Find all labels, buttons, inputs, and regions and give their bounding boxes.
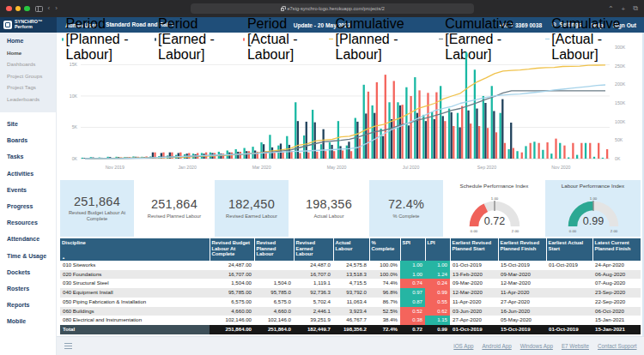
browser-forward-button[interactable]: › xyxy=(55,5,58,12)
cell-planned_start: 03-Jun-2020 xyxy=(450,307,498,316)
column-header-latest-current-planned-finish[interactable]: Latest Current Planned Finish xyxy=(592,238,641,261)
sidebar-item-tasks[interactable]: Tasks xyxy=(7,153,52,159)
sidebar-item-resources[interactable]: Resources xyxy=(7,220,52,226)
x-axis-tick: Nov 2019 xyxy=(106,165,125,170)
bar-period-actual-labour xyxy=(342,151,343,159)
bar-period-earned-labour xyxy=(348,141,349,159)
sidebar-item-reports[interactable]: Reports xyxy=(7,302,52,308)
cell-current_finish: 23-Sep-2020 xyxy=(592,288,641,298)
sidebar-group-title[interactable]: Home xyxy=(7,38,52,44)
column-header-earliest-revised-planned-finish[interactable]: Earliest Revised Planned Finish xyxy=(498,238,546,261)
cell-discipline: 050 Piping Fabrication & Installation xyxy=(60,298,210,307)
bar-period-earned-labour xyxy=(297,121,299,159)
column-header-lpi[interactable]: LPI xyxy=(425,238,450,261)
sidebar-item-events[interactable]: Events xyxy=(7,187,52,193)
footer-link-contact-support[interactable]: Contact Support xyxy=(598,343,637,349)
sidebar-subitem-leaderboards[interactable]: Leaderboards xyxy=(7,96,52,102)
bar-period-actual-labour xyxy=(444,121,446,159)
sidebar-subitem-project-groups[interactable]: Project Groups xyxy=(7,73,52,79)
sort-ascending-icon: ▲ xyxy=(62,256,65,260)
bar-period-earned-labour xyxy=(425,121,427,159)
column-header-spi[interactable]: SPI xyxy=(400,238,425,261)
cell-planned: 6,575.0 xyxy=(254,298,294,307)
sidebar-item-dockets[interactable]: Dockets xyxy=(7,269,52,275)
column-header-complete[interactable]: % Complete xyxy=(369,238,400,261)
cell-actual_start xyxy=(546,270,592,280)
kpi-card-revised-budget-labour-at-complete: 251,864Revised Budget Labour At Complete xyxy=(60,180,134,237)
cell-lpi: 1.24 xyxy=(425,270,450,280)
gauge-value: 0.99 xyxy=(582,215,603,227)
bar-period-actual-labour xyxy=(307,153,309,159)
bar-period-actual-labour xyxy=(470,123,471,159)
sidebar-subitem-dashboards[interactable]: Dashboards xyxy=(7,61,52,67)
new-tab-button[interactable]: + xyxy=(622,5,626,13)
cell-earned: 16,707.0 xyxy=(294,270,333,280)
kpi-label: Revised Budget Labour At Complete xyxy=(60,210,134,222)
menu-icon[interactable] xyxy=(64,343,72,349)
column-header-label: % Complete xyxy=(372,240,395,251)
sidebar-subitem-home[interactable]: Home xyxy=(7,50,52,56)
window-close-button[interactable] xyxy=(6,6,12,12)
sidebar-item-attendance[interactable]: Attendance xyxy=(7,236,52,242)
column-header-earliest-revised-planned-start[interactable]: Earliest Revised Planned Start xyxy=(450,238,498,261)
bar-period-planned-labour xyxy=(431,111,433,159)
share-icon[interactable]: ⌃ xyxy=(608,5,614,13)
brand[interactable]: SYNCHRO™ Perform xyxy=(0,17,57,33)
footer-link-ios-app[interactable]: iOS App xyxy=(453,343,473,349)
sidebar-subitem-project-tags[interactable]: Project Tags xyxy=(7,84,52,90)
window-zoom-button[interactable] xyxy=(24,6,30,12)
sidebar-item-time-usage[interactable]: Time & Usage xyxy=(7,253,52,259)
right-axis-tick: 200K xyxy=(615,81,626,87)
legend-line-swatch xyxy=(545,39,550,40)
browser-sidebar-toggle-icon[interactable] xyxy=(35,6,43,12)
sidebar-item-boards[interactable]: Boards xyxy=(7,137,52,143)
gauge-mid-label: 1.00 xyxy=(490,196,498,201)
column-header-actual-labour[interactable]: Actual Labour xyxy=(333,238,369,261)
x-axis-tick: Mar 2020 xyxy=(252,165,271,170)
address-bar[interactable]: e7stg-synchro-logo.herokuapp.com/project… xyxy=(191,3,474,15)
column-header-revised-earned-labour[interactable]: Revised Earned Labour xyxy=(294,238,333,261)
cell-actual: 24,575.8 xyxy=(333,261,369,270)
sidebar-item-mobile[interactable]: Mobile xyxy=(7,318,52,324)
cell-pct: 100.0% xyxy=(369,270,400,280)
bar-period-planned-labour xyxy=(465,52,467,159)
footer-link-windows-app[interactable]: Windows App xyxy=(520,343,553,349)
synchro-logo-icon xyxy=(3,21,12,29)
cell-discipline: 010 Siteworks xyxy=(60,261,210,270)
bar-period-actual-labour xyxy=(385,75,386,159)
sidebar-item-rosters[interactable]: Rosters xyxy=(7,286,52,292)
bar-period-planned-labour xyxy=(252,147,253,159)
tabs-overview-button[interactable]: ⧉ xyxy=(633,4,638,13)
bar-period-planned-labour xyxy=(542,150,544,159)
column-header-discipline[interactable]: Discipline▲ xyxy=(60,238,210,261)
bar-period-planned-labour xyxy=(507,149,509,159)
sidebar-item-activities[interactable]: Activities xyxy=(7,171,52,177)
cell-budget: 95,785.00 xyxy=(210,288,254,298)
footer-link-e7-website[interactable]: E7 Website xyxy=(562,343,589,349)
browser-toolbar-right: ⌃ + ⧉ xyxy=(608,4,638,13)
left-axis-tick: 0K xyxy=(72,156,78,161)
sidebar-item-site[interactable]: Site xyxy=(7,121,52,127)
cell-planned_finish: 15-Oct-2019 xyxy=(498,261,546,270)
sidebar-item-progress[interactable]: Progress xyxy=(7,203,52,209)
browser-back-button[interactable]: ‹ xyxy=(48,5,51,12)
bar-period-actual-labour xyxy=(368,92,369,159)
bar-period-planned-labour xyxy=(312,110,313,159)
cell-planned_start: 13-Feb-2020 xyxy=(450,270,498,280)
column-header-earliest-actual-start[interactable]: Earliest Actual Start xyxy=(546,238,592,261)
bar-period-actual-labour xyxy=(589,143,591,159)
footer-links: iOS AppAndroid AppWindows AppE7 WebsiteC… xyxy=(453,343,636,349)
bar-period-planned-labour xyxy=(516,151,518,159)
bar-period-earned-labour xyxy=(467,111,469,159)
footer-link-android-app[interactable]: Android App xyxy=(482,343,511,349)
column-header-revised-planned-labour[interactable]: Revised Planned Labour xyxy=(254,238,294,261)
gauge-max-label: 2.00 xyxy=(511,229,519,233)
legend-label: Period [Earned - Labour] xyxy=(158,16,235,63)
cell-discipline: 020 Foundations xyxy=(60,270,210,280)
bar-period-earned-labour xyxy=(263,144,264,159)
bar-period-earned-labour xyxy=(178,153,179,159)
window-minimize-button[interactable] xyxy=(15,6,21,12)
column-header-revised-budget-labour-at-complete[interactable]: Revised Budget Labour At Complete xyxy=(210,238,254,261)
bar-period-earned-labour xyxy=(220,153,222,159)
bar-period-earned-labour xyxy=(322,129,324,159)
